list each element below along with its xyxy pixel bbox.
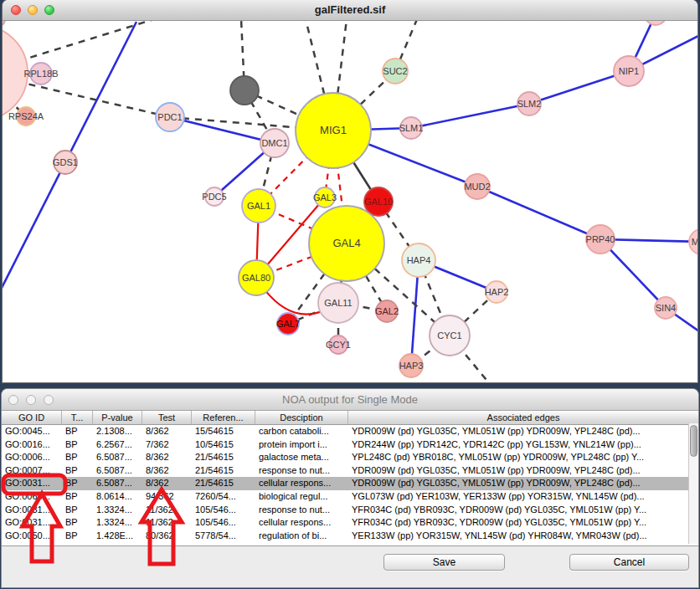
column-header-desciption[interactable]: Desciption (255, 411, 348, 424)
node-label-SLM2: SLM2 (517, 99, 542, 109)
column-header-test[interactable]: Test (142, 411, 192, 424)
node-SLM1[interactable]: SLM1 (399, 117, 424, 139)
table-cell: BP (62, 530, 93, 543)
node-label-RPS24A: RPS24A (8, 111, 44, 121)
table-cell: 1.3324... (93, 504, 142, 517)
table-cell: cellular respons... (255, 516, 348, 530)
column-header-p-value[interactable]: P-value (93, 411, 142, 424)
zoom-button[interactable] (44, 395, 54, 405)
cancel-button[interactable]: Cancel (569, 554, 689, 571)
node-MSN[interactable]: MSN (689, 229, 697, 254)
table-cell: YGL073W (pd) YER103W, YER133W (pp) YOR31… (348, 490, 698, 504)
noa-window-titlebar[interactable]: NOA output for Single Mode (2, 389, 698, 411)
node-CYC1[interactable]: CYC1 (430, 315, 470, 356)
table-cell: 15/54615 (192, 425, 255, 438)
table-cell: YDR244W (pp) YDR142C, YDR142C (pp) YGL15… (348, 438, 698, 452)
node-label-PDC1: PDC1 (157, 112, 182, 122)
table-cell: BP (62, 464, 93, 478)
table-cell: 8/362 (142, 425, 192, 438)
table-row[interactable]: GO:0031...BP6.5087...8/36221/54615cellul… (2, 477, 698, 490)
node-GCY1[interactable]: GCY1 (326, 335, 351, 354)
table-cell: GO:0007... (2, 464, 62, 478)
node-label-GAL1: GAL1 (247, 201, 270, 211)
column-header-go-id[interactable]: GO ID (2, 411, 62, 424)
vertical-scrollbar[interactable] (688, 423, 698, 544)
table-cell: 8/362 (142, 477, 192, 490)
table-cell: BP (62, 438, 93, 452)
node-label-PRP40: PRP40 (586, 234, 615, 244)
node-MIG1[interactable]: MIG1 (296, 93, 371, 168)
table-cell: 6.5087... (93, 464, 142, 478)
network-canvas[interactable]: RPL18BRPS24AGDS1PDC1MIG1SUC2SLM1DMC1SLM2… (3, 21, 697, 382)
node-GAL3[interactable]: GAL3 (313, 187, 337, 207)
node-label-MIG1: MIG1 (320, 124, 347, 136)
table-row[interactable]: GO:0007...BP6.5087...8/36221/54615respon… (2, 464, 698, 478)
node-DMC1[interactable]: DMC1 (260, 129, 289, 157)
node-HAP3[interactable]: HAP3 (399, 354, 424, 377)
table-cell: 7/362 (142, 438, 192, 452)
close-button[interactable] (8, 395, 18, 405)
node-RPL18B[interactable]: RPL18B (24, 63, 59, 85)
table-cell: 6.5087... (93, 451, 142, 464)
minimize-button[interactable] (28, 5, 38, 15)
table-cell: GO:0045... (2, 425, 62, 438)
column-header-t[interactable]: T... (62, 411, 93, 424)
table-cell: YFR034C (pd) YBR093C, YDR009W (pd) YGL03… (348, 504, 698, 517)
node-PDC1[interactable]: PDC1 (156, 103, 184, 131)
table-cell: BP (62, 516, 93, 530)
node-GAL2[interactable]: GAL2 (375, 300, 399, 322)
table-cell: 10/54615 (192, 438, 255, 452)
node-MUD2[interactable]: MUD2 (464, 174, 490, 199)
table-row[interactable]: GO:0031...BP1.3324...11/362105/546...cel… (2, 516, 698, 530)
node-gray-node[interactable] (230, 76, 259, 105)
table-row[interactable]: GO:0006...BP6.5087...8/36221/54615galact… (2, 451, 698, 464)
close-button[interactable] (11, 5, 21, 15)
edge-SLM1-SLM2 (411, 104, 529, 128)
node-corner-sliver[interactable] (3, 21, 5, 27)
node-SUC2[interactable]: SUC2 (383, 59, 408, 84)
node-NIP1[interactable]: NIP1 (614, 56, 644, 86)
table-cell: 94/362 (142, 490, 192, 504)
node-GAL11[interactable]: GAL11 (318, 283, 358, 323)
table-cell: GO:0050... (2, 530, 62, 543)
node-SLM2[interactable]: SLM2 (517, 92, 542, 115)
node-HAP4[interactable]: HAP4 (402, 243, 435, 277)
table-row[interactable]: GO:0031...BP1.3324...11/362105/546...res… (2, 504, 698, 517)
table-cell: 11/362 (142, 516, 192, 530)
node-GAL1[interactable]: GAL1 (242, 189, 275, 223)
node-HAP2[interactable]: HAP2 (485, 281, 509, 303)
node-GAL7[interactable]: GAL7 (276, 313, 300, 335)
network-window: galFiltered.sif RPL18BRPS24AGDS1PDC1MIG1… (3, 0, 697, 382)
table-cell: response to nut... (255, 464, 348, 478)
table-cell: 6.2567... (93, 438, 142, 452)
node-RPS24A[interactable]: RPS24A (8, 107, 44, 125)
node-GAL10[interactable]: GAL10 (364, 187, 393, 216)
node-SIN4[interactable]: SIN4 (655, 297, 677, 319)
zoom-button[interactable] (44, 5, 54, 15)
scrollbar-thumb[interactable] (690, 425, 697, 457)
minimize-button[interactable] (26, 395, 36, 405)
node-top-right-node[interactable] (645, 21, 667, 25)
node-PRP40[interactable]: PRP40 (586, 225, 615, 254)
table-body: GO:0045...BP2.1308...8/36215/54615carbon… (2, 425, 698, 545)
node-label-NIP1: NIP1 (619, 66, 639, 76)
save-button[interactable]: Save (383, 554, 505, 571)
node-GAL4[interactable]: GAL4 (309, 206, 384, 281)
table-row[interactable]: GO:0065...BP8.0614...94/3627260/54...bio… (2, 490, 698, 504)
table-row[interactable]: GO:0050...BP1.428E...80/3625778/54...reg… (2, 530, 698, 543)
table-row[interactable]: GO:0045...BP2.1308...8/36215/54615carbon… (2, 425, 698, 438)
node-GAL80[interactable]: GAL80 (239, 260, 274, 295)
table-cell: YDR009W (pd) YGL035C, YML051W (pp) YDR00… (348, 464, 698, 478)
table-cell: cellular respons... (255, 477, 348, 490)
node-GDS1[interactable]: GDS1 (53, 151, 78, 174)
node-label-GAL7: GAL7 (276, 319, 300, 329)
table-row[interactable]: GO:0016...BP6.2567...7/36210/54615protei… (2, 438, 698, 452)
network-window-titlebar[interactable]: galFiltered.sif (3, 0, 697, 21)
table-cell: 2.1308... (93, 425, 142, 438)
node-label-GCY1: GCY1 (326, 340, 351, 350)
column-header-referen[interactable]: Referen... (192, 411, 255, 424)
column-header-associated-edges[interactable]: Associated edges (348, 411, 698, 424)
table-cell: 105/546... (192, 504, 255, 517)
node-label-DMC1: DMC1 (261, 138, 287, 148)
node-label-SIN4: SIN4 (656, 303, 676, 313)
